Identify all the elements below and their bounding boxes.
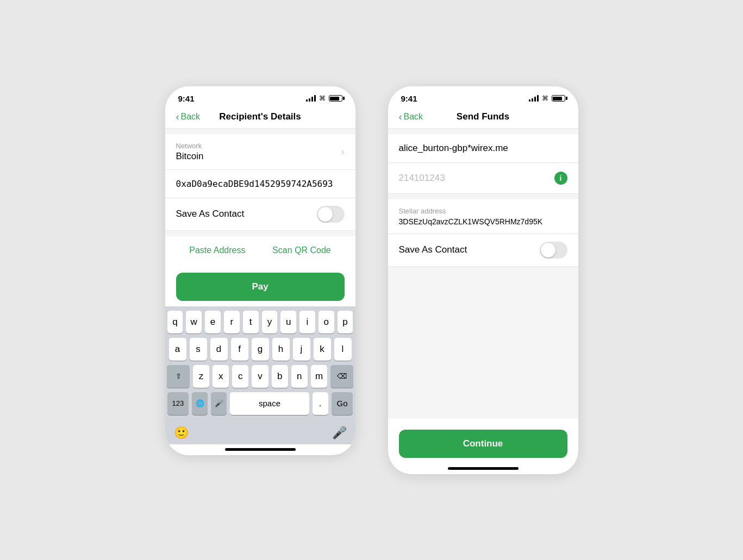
stellar-address-field: Stellar address 3DSEzUq2avzCZLK1WSQV5RHM… [388,199,578,234]
continue-button[interactable]: Continue [399,430,567,458]
back-label-2: Back [404,112,423,122]
status-bar-1: 9:41 ⌘ [165,86,355,108]
stellar-label: Stellar address [399,207,567,215]
save-contact-label-1: Save As Contact [176,209,245,219]
recipient-id-value: 214101243 [399,173,445,184]
key-j[interactable]: j [293,338,310,361]
save-contact-row-2: Save As Contact [388,234,578,267]
stellar-value: 3DSEzUq2avzCZLK1WSQV5RHMz7d95K [399,217,567,226]
back-button-1[interactable]: ‹ Back [176,112,201,122]
key-e[interactable]: e [205,311,221,334]
info-icon[interactable]: i [554,172,567,185]
status-time-2: 9:41 [401,94,417,103]
nav-bar-1: ‹ Back Recipient's Details [165,108,355,129]
save-contact-toggle-1[interactable] [317,206,345,223]
space-key[interactable]: space [230,392,309,415]
key-v[interactable]: v [252,365,268,388]
scan-qr-button[interactable]: Scan QR Code [272,246,331,255]
key-c[interactable]: c [232,365,248,388]
emoji-icon[interactable]: 🙂 [174,426,189,440]
home-bar-1 [225,448,296,451]
save-contact-label-2: Save As Contact [399,244,467,255]
shift-key[interactable]: ⇧ [167,365,189,388]
key-i[interactable]: i [299,311,315,334]
battery-icon-2 [552,95,565,102]
network-chevron-icon: › [341,146,345,158]
battery-icon-1 [329,95,342,102]
key-z[interactable]: z [193,365,209,388]
nav-title-1: Recipient's Details [219,111,301,122]
keyboard: q w e r t y u i o p a s d f g [165,306,355,421]
key-f[interactable]: f [231,338,248,361]
keyboard-emoji-row: 🙂 🎤 [165,421,355,444]
spacer [388,267,578,419]
keyboard-row-4: 123 🌐 🎤 space . Go [167,392,353,415]
key-w[interactable]: w [186,311,202,334]
keyboard-row-3: ⇧ z x c v b n m ⌫ [167,365,353,388]
phone-send-funds: 9:41 ⌘ ‹ Back [388,86,578,474]
back-label-1: Back [181,112,201,122]
keyboard-row-1: q w e r t y u i o p [167,311,353,334]
key-h[interactable]: h [272,338,290,361]
wifi-icon-2: ⌘ [542,95,548,102]
network-label: Network [176,142,204,150]
signal-icon-2 [529,95,539,102]
key-g[interactable]: g [252,338,269,361]
key-n[interactable]: n [291,365,308,388]
status-bar-2: 9:41 ⌘ [388,86,578,108]
toggle-knob-2 [541,243,555,257]
key-m[interactable]: m [311,365,327,388]
paste-address-button[interactable]: Paste Address [189,246,245,255]
key-q[interactable]: q [167,311,183,334]
numbers-key[interactable]: 123 [167,392,189,415]
back-chevron-icon-1: ‹ [176,112,179,122]
nav-bar-2: ‹ Back Send Funds [388,108,578,129]
recipient-address-value: alice_burton-gbp*wirex.me [399,143,567,154]
back-button-2[interactable]: ‹ Back [399,112,423,122]
period-key[interactable]: . [313,392,328,415]
delete-key[interactable]: ⌫ [330,365,353,388]
toggle-knob-1 [318,207,333,222]
key-x[interactable]: x [213,365,229,388]
signal-icon-1 [306,95,316,102]
pay-button[interactable]: Pay [176,273,345,301]
home-indicator-2 [388,463,578,474]
wifi-icon-1: ⌘ [319,95,326,102]
back-chevron-icon-2: ‹ [399,112,402,122]
key-r[interactable]: r [224,311,240,334]
phone-recipients-details: 9:41 ⌘ ‹ Back [165,86,355,455]
save-contact-row-1: Save As Contact [165,198,355,231]
screen-container: 9:41 ⌘ ‹ Back [143,65,600,496]
recipient-address-field[interactable]: alice_burton-gbp*wirex.me [388,134,578,163]
key-o[interactable]: o [319,311,334,334]
nav-title-2: Send Funds [457,111,509,122]
key-u[interactable]: u [280,311,296,334]
actions-row: Paste Address Scan QR Code [165,237,355,264]
key-p[interactable]: p [338,311,353,334]
key-s[interactable]: s [190,338,207,361]
go-key[interactable]: Go [332,392,353,415]
key-k[interactable]: k [314,338,331,361]
key-y[interactable]: y [262,311,278,334]
network-field[interactable]: Network Bitcoin › [165,134,355,170]
status-icons-1: ⌘ [306,95,342,102]
key-a[interactable]: a [169,338,186,361]
key-l[interactable]: l [334,338,352,361]
home-bar-2 [448,467,519,470]
microphone-icon[interactable]: 🎤 [332,426,347,440]
address-field[interactable] [165,170,355,198]
keyboard-row-2: a s d f g h j k l [167,338,353,361]
key-b[interactable]: b [272,365,288,388]
save-contact-toggle-2[interactable] [540,242,567,259]
mic-key[interactable]: 🎤 [211,392,227,415]
address-input[interactable] [176,179,345,189]
network-value: Bitcoin [176,151,204,162]
globe-key[interactable]: 🌐 [192,392,208,415]
status-time-1: 9:41 [178,94,195,103]
recipient-id-field[interactable]: 214101243 i [388,163,578,194]
status-icons-2: ⌘ [529,95,565,102]
recipient-id-row: 214101243 i [399,172,567,185]
home-indicator-1 [165,444,355,455]
key-d[interactable]: d [210,338,228,361]
key-t[interactable]: t [243,311,259,334]
